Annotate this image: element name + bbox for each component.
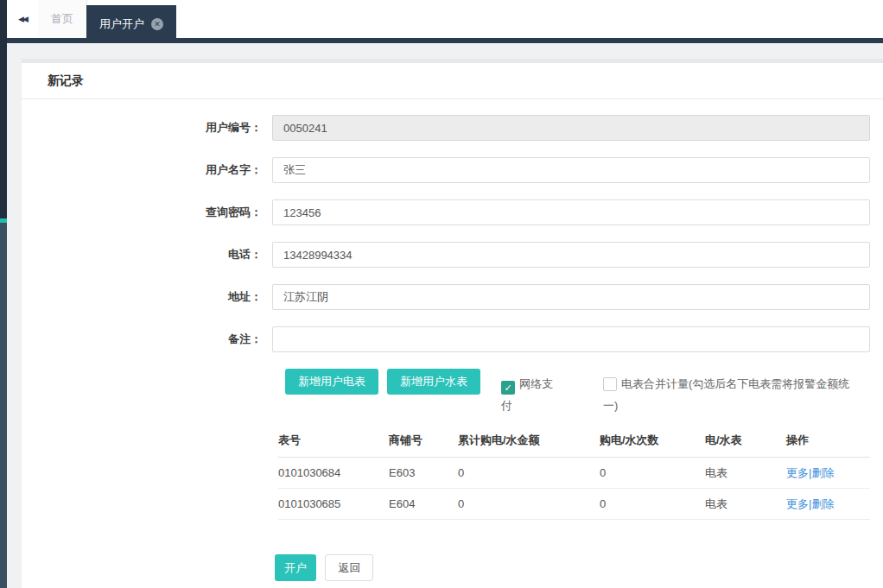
phone-label: 电话： xyxy=(22,247,272,262)
meter-merge-checkbox-group[interactable]: 电表合并计量(勾选后名下电表需将报警金额统一) xyxy=(603,373,862,416)
form-row: 用户名字： xyxy=(22,157,883,183)
meter-merge-checkbox[interactable] xyxy=(603,377,617,391)
query-password-input[interactable] xyxy=(272,199,870,225)
tab-bar: ◀◀ 首页 用户开户 ✕ xyxy=(7,0,883,43)
table-header-row: 表号 商铺号 累计购电/水金额 购电/水次数 电/水表 操作 xyxy=(278,428,870,458)
col-meter-type: 电/水表 xyxy=(705,428,786,458)
delete-link[interactable]: 删除 xyxy=(811,466,834,479)
cell-purchase-count: 0 xyxy=(600,489,705,520)
tab-home-label: 首页 xyxy=(51,12,73,25)
phone-input[interactable] xyxy=(272,242,870,268)
cell-purchase-count: 0 xyxy=(600,458,705,489)
tab-active-label: 用户开户 xyxy=(99,16,144,32)
col-operations: 操作 xyxy=(786,428,870,458)
query-password-label: 查询密码： xyxy=(22,205,272,220)
cell-meter-no: 0101030685 xyxy=(278,489,389,520)
tab-home[interactable]: 首页 xyxy=(38,0,87,38)
more-link[interactable]: 更多 xyxy=(786,497,809,510)
user-name-label: 用户名字： xyxy=(22,162,272,178)
collapsed-sidebar xyxy=(0,0,7,588)
cell-shop-no: E603 xyxy=(389,458,458,489)
cell-total-amount: 0 xyxy=(458,458,600,489)
new-record-panel: 新记录 用户编号： 用户名字： 查询密码： 电话： 地址： xyxy=(22,59,883,588)
form-row: 用户编号： xyxy=(22,115,883,141)
app-screen: ◀◀ 首页 用户开户 ✕ 新记录 用户编号： 用户名字： 查询密码： xyxy=(0,0,883,588)
form-row: 地址： xyxy=(22,284,883,310)
meter-table: 表号 商铺号 累计购电/水金额 购电/水次数 电/水表 操作 010103068… xyxy=(278,428,870,520)
cell-shop-no: E604 xyxy=(389,489,458,520)
panel-title: 新记录 xyxy=(22,63,883,99)
account-form: 用户编号： 用户名字： 查询密码： 电话： 地址： 备注： xyxy=(22,115,883,352)
more-link[interactable]: 更多 xyxy=(786,466,809,479)
remark-input[interactable] xyxy=(272,326,870,352)
close-tab-icon[interactable]: ✕ xyxy=(151,18,163,30)
tab-user-account-opening[interactable]: 用户开户 ✕ xyxy=(86,5,176,43)
address-input[interactable] xyxy=(272,284,870,310)
cell-operations: 更多|删除 xyxy=(786,489,870,520)
sidebar-lower-section xyxy=(0,223,7,588)
table-row: 0101030684 E603 0 0 电表 更多|删除 xyxy=(278,458,870,489)
col-shop-no: 商铺号 xyxy=(389,428,458,458)
open-account-button[interactable]: 开户 xyxy=(275,554,316,581)
col-purchase-count: 购电/水次数 xyxy=(600,428,705,458)
col-total-amount: 累计购电/水金额 xyxy=(458,428,600,458)
return-button[interactable]: 返回 xyxy=(325,554,373,581)
table-row: 0101030685 E604 0 0 电表 更多|删除 xyxy=(278,489,870,520)
user-id-label: 用户编号： xyxy=(22,120,272,136)
user-id-input xyxy=(272,115,870,141)
checkmark-icon: ✓ xyxy=(504,383,511,393)
user-name-input[interactable] xyxy=(272,157,870,183)
form-row: 电话： xyxy=(22,242,883,268)
form-row: 查询密码： xyxy=(22,199,883,225)
meter-toolbar: 新增用户电表 新增用户水表 ✓网络支付 电表合并计量(勾选后名下电表需将报警金额… xyxy=(285,369,883,416)
add-electric-meter-button[interactable]: 新增用户电表 xyxy=(285,369,378,395)
meter-merge-label: 电表合并计量(勾选后名下电表需将报警金额统一) xyxy=(603,377,849,412)
cell-meter-type: 电表 xyxy=(705,489,786,520)
address-label: 地址： xyxy=(22,289,272,305)
double-left-arrow-icon: ◀◀ xyxy=(18,15,27,23)
form-actions: 开户 返回 xyxy=(275,554,883,581)
cell-total-amount: 0 xyxy=(458,489,600,520)
cell-operations: 更多|删除 xyxy=(786,458,870,489)
form-row: 备注： xyxy=(22,326,883,352)
col-meter-no: 表号 xyxy=(278,428,389,458)
cell-meter-type: 电表 xyxy=(705,458,786,489)
add-water-meter-button[interactable]: 新增用户水表 xyxy=(387,369,480,395)
cell-meter-no: 0101030684 xyxy=(278,458,389,489)
network-payment-checkbox[interactable]: ✓ xyxy=(501,381,515,395)
delete-link[interactable]: 删除 xyxy=(811,497,834,510)
network-payment-checkbox-group[interactable]: ✓网络支付 xyxy=(501,373,562,416)
sidebar-collapse-button[interactable]: ◀◀ xyxy=(7,0,39,38)
remark-label: 备注： xyxy=(22,332,272,347)
